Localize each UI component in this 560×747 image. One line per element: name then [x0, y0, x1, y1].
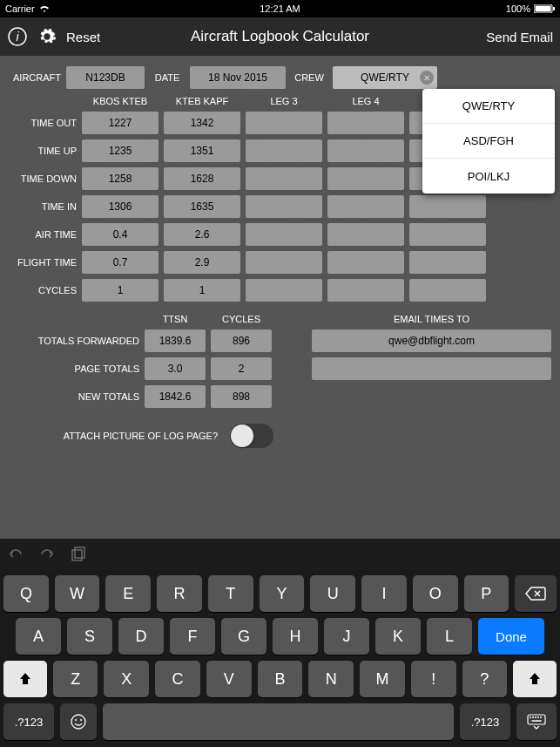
- shift-left-key[interactable]: [3, 661, 47, 697]
- cell-0-3[interactable]: [327, 112, 404, 134]
- ttsn-2[interactable]: 1842.6: [145, 385, 206, 408]
- shift-right-key[interactable]: [513, 661, 557, 697]
- cycles-2[interactable]: 898: [211, 385, 272, 408]
- cycles-0[interactable]: 896: [211, 329, 272, 352]
- reset-button[interactable]: Reset: [66, 30, 100, 44]
- key-A[interactable]: A: [16, 618, 61, 655]
- cell-4-2[interactable]: [246, 223, 322, 246]
- key-Y[interactable]: Y: [260, 575, 305, 612]
- cell-0-1[interactable]: 1342: [164, 112, 240, 134]
- cell-6-1[interactable]: 1: [164, 279, 240, 302]
- cell-3-3[interactable]: [327, 195, 404, 218]
- cell-4-3[interactable]: [327, 223, 404, 246]
- key-K[interactable]: K: [375, 618, 421, 655]
- cell-4-4[interactable]: [409, 223, 486, 246]
- cycles-1[interactable]: 2: [211, 357, 272, 380]
- cell-0-0[interactable]: 1227: [82, 112, 159, 134]
- cell-5-4[interactable]: [409, 251, 486, 274]
- clipboard-icon[interactable]: [70, 546, 87, 563]
- info-icon[interactable]: i: [7, 26, 28, 47]
- ttsn-0[interactable]: 1839.6: [145, 329, 206, 352]
- cell-3-2[interactable]: [246, 195, 322, 218]
- key-L[interactable]: L: [427, 618, 472, 655]
- cell-5-3[interactable]: [327, 251, 404, 274]
- key-P[interactable]: P: [464, 575, 509, 612]
- key-J[interactable]: J: [324, 618, 369, 655]
- send-email-button[interactable]: Send Email: [486, 30, 553, 44]
- row-label-6: CYCLES: [9, 285, 77, 295]
- key-Q[interactable]: Q: [3, 575, 49, 612]
- ttsn-1[interactable]: 3.0: [145, 357, 206, 380]
- cell-2-3[interactable]: [327, 167, 404, 190]
- key-T[interactable]: T: [208, 575, 253, 612]
- hide-keyboard-key[interactable]: [516, 703, 557, 740]
- row-label-2: TIME DOWN: [9, 173, 77, 184]
- key-E[interactable]: E: [105, 575, 151, 612]
- cell-5-0[interactable]: 0.7: [82, 251, 159, 274]
- key-F[interactable]: F: [170, 618, 215, 655]
- emoji-key[interactable]: [60, 703, 97, 740]
- totals-label-0: TOTALS FORWARDED: [9, 336, 139, 346]
- key-O[interactable]: O: [413, 575, 458, 612]
- cell-6-0[interactable]: 1: [82, 279, 159, 302]
- cell-3-0[interactable]: 1306: [82, 195, 159, 218]
- attach-toggle[interactable]: [230, 424, 273, 448]
- key-C[interactable]: C: [155, 661, 200, 697]
- numbers-key-right[interactable]: .?123: [460, 703, 510, 740]
- key-Z[interactable]: Z: [53, 661, 98, 697]
- cell-4-1[interactable]: 2.6: [164, 223, 240, 246]
- email-field-0[interactable]: qwe@dbflight.com: [312, 329, 551, 352]
- undo-icon[interactable]: [7, 546, 24, 563]
- email-field-1[interactable]: [312, 357, 551, 380]
- key-I[interactable]: I: [361, 575, 407, 612]
- row-label-5: FLIGHT TIME: [9, 257, 77, 268]
- svg-point-9: [80, 719, 82, 721]
- key-D[interactable]: D: [118, 618, 164, 655]
- cell-2-1[interactable]: 1628: [164, 167, 240, 190]
- key-B[interactable]: B: [258, 661, 303, 697]
- crew-option-1[interactable]: QWE/RTY: [422, 89, 555, 124]
- cell-6-2[interactable]: [246, 279, 322, 302]
- key-U[interactable]: U: [310, 575, 355, 612]
- cell-2-0[interactable]: 1258: [82, 167, 159, 190]
- key-X[interactable]: X: [104, 661, 149, 697]
- cell-1-3[interactable]: [327, 139, 404, 162]
- key-W[interactable]: W: [55, 575, 100, 612]
- key-R[interactable]: R: [157, 575, 202, 612]
- key-G[interactable]: G: [221, 618, 267, 655]
- space-key[interactable]: [103, 703, 454, 740]
- aircraft-field[interactable]: N123DB: [66, 66, 145, 89]
- key-M[interactable]: M: [360, 661, 405, 697]
- key-S[interactable]: S: [67, 618, 112, 655]
- backspace-key[interactable]: [515, 575, 557, 612]
- cycles-header: CYCLES: [211, 314, 272, 324]
- gear-icon[interactable]: [37, 26, 57, 47]
- cell-2-2[interactable]: [246, 167, 322, 190]
- redo-icon[interactable]: [38, 546, 56, 563]
- crew-option-2[interactable]: ASD/FGH: [422, 124, 555, 159]
- done-key[interactable]: Done: [478, 618, 544, 655]
- cell-6-3[interactable]: [327, 279, 404, 302]
- clear-crew-icon[interactable]: ✕: [420, 71, 434, 85]
- key-N[interactable]: N: [308, 661, 354, 697]
- cell-3-4[interactable]: [409, 195, 486, 218]
- numbers-key[interactable]: .?123: [3, 703, 54, 740]
- date-field[interactable]: 18 Nov 2015: [190, 66, 286, 89]
- key-H[interactable]: H: [273, 618, 318, 655]
- totals-label-1: PAGE TOTALS: [9, 363, 139, 374]
- cell-1-1[interactable]: 1351: [164, 139, 240, 162]
- cell-4-0[interactable]: 0.4: [82, 223, 159, 246]
- leg-header-4: LEG 4: [327, 96, 404, 106]
- crew-option-3[interactable]: POI/LKJ: [422, 159, 555, 194]
- cell-5-2[interactable]: [246, 251, 322, 274]
- key-![interactable]: !: [411, 661, 456, 697]
- key-?[interactable]: ?: [462, 661, 508, 697]
- cell-1-2[interactable]: [246, 139, 322, 162]
- crew-field[interactable]: QWE/RTY ✕: [333, 66, 437, 89]
- key-V[interactable]: V: [206, 661, 252, 697]
- cell-1-0[interactable]: 1235: [82, 139, 159, 162]
- cell-0-2[interactable]: [246, 112, 322, 134]
- cell-5-1[interactable]: 2.9: [164, 251, 240, 274]
- cell-3-1[interactable]: 1635: [164, 195, 240, 218]
- cell-6-4[interactable]: [409, 279, 486, 302]
